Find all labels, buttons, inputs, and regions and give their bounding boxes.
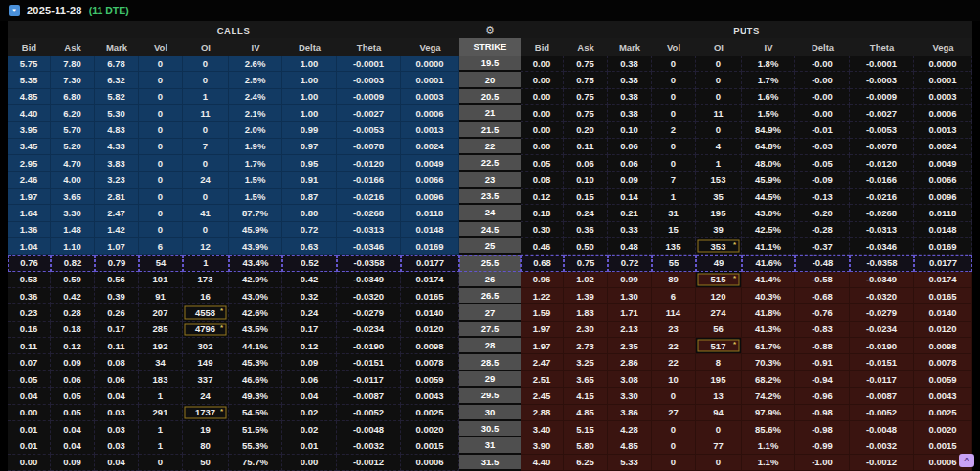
calls-vega-cell[interactable]: 0.0013: [401, 122, 459, 138]
calls-oi-cell[interactable]: 1737*: [183, 405, 229, 421]
calls-delta-cell[interactable]: 0.02: [282, 405, 337, 421]
puts-ask-cell[interactable]: 0.24: [564, 205, 608, 221]
calls-mark-cell[interactable]: 6.78: [95, 56, 139, 72]
calls-bid-cell[interactable]: 4.40: [8, 105, 51, 122]
puts-mark-cell[interactable]: 0.38: [608, 105, 652, 122]
calls-vol-cell[interactable]: 0: [139, 222, 183, 238]
puts-mark-cell[interactable]: 1.71: [608, 304, 652, 321]
calls-vol-cell[interactable]: 207: [139, 304, 183, 321]
puts-mark-cell[interactable]: 2.13: [608, 322, 652, 338]
puts-ask-cell[interactable]: 5.15: [564, 421, 608, 437]
calls-vol-cell[interactable]: 54: [139, 255, 183, 271]
puts-oi-cell[interactable]: 0: [696, 56, 742, 72]
puts-mark-cell[interactable]: 3.30: [608, 388, 652, 404]
puts-bid-cell[interactable]: 0.00: [521, 72, 564, 88]
puts-ask-cell[interactable]: 2.30: [564, 322, 608, 338]
puts-iv-cell[interactable]: 84.9%: [742, 122, 795, 138]
calls-theta-cell[interactable]: -0.0078: [337, 139, 401, 155]
puts-vol-cell[interactable]: 2: [652, 122, 696, 138]
calls-delta-cell[interactable]: 0.01: [282, 437, 337, 454]
calls-oi-cell[interactable]: 4796*: [183, 322, 229, 338]
puts-vol-cell[interactable]: 0: [652, 421, 696, 437]
calls-mark-cell[interactable]: 5.82: [95, 89, 139, 105]
calls-delta-cell[interactable]: 1.00: [282, 56, 337, 72]
puts-iv-cell[interactable]: 43.0%: [742, 205, 795, 221]
puts-vol-cell[interactable]: 114: [652, 304, 696, 321]
puts-ask-cell[interactable]: 1.39: [564, 288, 608, 304]
puts-delta-cell[interactable]: -0.05: [795, 155, 850, 171]
calls-iv-cell[interactable]: 1.7%: [229, 155, 282, 171]
calls-ask-cell[interactable]: 4.00: [51, 172, 95, 189]
calls-iv-cell[interactable]: 1.5%: [229, 172, 282, 189]
puts-bid-cell[interactable]: 0.00: [521, 105, 564, 122]
calls-theta-cell[interactable]: -0.0151: [337, 354, 401, 370]
strike-cell[interactable]: 28: [459, 338, 521, 354]
calls-bid-cell[interactable]: 1.64: [8, 205, 51, 221]
strike-cell[interactable]: 22: [459, 139, 521, 155]
puts-delta-cell[interactable]: -0.48: [795, 255, 850, 271]
puts-oi-cell[interactable]: 0: [696, 89, 742, 105]
calls-mark-cell[interactable]: 0.56: [95, 272, 139, 288]
puts-theta-cell[interactable]: -0.0001: [850, 56, 914, 72]
calls-vega-cell[interactable]: 0.0043: [401, 388, 459, 404]
puts-mark-cell[interactable]: 0.21: [608, 205, 652, 221]
puts-vol-cell[interactable]: 0: [652, 437, 696, 454]
calls-iv-cell[interactable]: 1.5%: [229, 189, 282, 205]
puts-bid-cell[interactable]: 0.00: [521, 122, 564, 138]
puts-delta-cell[interactable]: -0.58: [795, 272, 850, 288]
calls-bid-cell[interactable]: 2.95: [8, 155, 51, 171]
puts-bid-cell[interactable]: 2.88: [521, 405, 564, 421]
calls-oi-cell[interactable]: 0: [183, 122, 229, 138]
calls-mark-cell[interactable]: 4.83: [95, 122, 139, 138]
calls-iv-cell[interactable]: 43.5%: [229, 322, 282, 338]
calls-ask-cell[interactable]: 0.09: [51, 354, 95, 370]
calls-mark-cell[interactable]: 0.03: [95, 437, 139, 454]
puts-vega-cell[interactable]: 0.0020: [914, 421, 972, 437]
calls-vega-cell[interactable]: 0.0140: [401, 304, 459, 321]
calls-mark-cell[interactable]: 0.79: [95, 255, 139, 271]
puts-bid-cell[interactable]: 4.40: [521, 455, 564, 471]
calls-bid-cell[interactable]: 0.01: [8, 437, 51, 454]
puts-delta-cell[interactable]: -0.20: [795, 205, 850, 221]
calls-ask-cell[interactable]: 0.04: [51, 421, 95, 437]
puts-theta-cell[interactable]: -0.0032: [850, 437, 914, 454]
calls-ask-cell[interactable]: 0.28: [51, 304, 95, 321]
calls-iv-cell[interactable]: 2.4%: [229, 89, 282, 105]
puts-theta-cell[interactable]: -0.0358: [850, 255, 914, 271]
puts-theta-cell[interactable]: -0.0009: [850, 89, 914, 105]
calls-vega-cell[interactable]: 0.0148: [401, 222, 459, 238]
puts-oi-cell[interactable]: 0: [696, 72, 742, 88]
puts-vega-cell[interactable]: 0.0043: [914, 388, 972, 404]
calls-oi-cell[interactable]: 0: [183, 72, 229, 88]
calls-oi-cell[interactable]: 1: [183, 89, 229, 105]
puts-vol-cell[interactable]: 0: [652, 56, 696, 72]
calls-theta-cell[interactable]: -0.0234: [337, 322, 401, 338]
puts-bid-cell[interactable]: 0.05: [521, 155, 564, 171]
calls-vega-cell[interactable]: 0.0059: [401, 371, 459, 388]
puts-vega-cell[interactable]: 0.0120: [914, 322, 972, 338]
puts-theta-cell[interactable]: -0.0003: [850, 72, 914, 88]
strike-cell[interactable]: 24: [459, 205, 521, 221]
puts-mark-cell[interactable]: 0.10: [608, 122, 652, 138]
puts-oi-cell[interactable]: 49: [696, 255, 742, 271]
calls-delta-cell[interactable]: 0.06: [282, 371, 337, 388]
calls-bid-cell[interactable]: 0.04: [8, 388, 51, 404]
calls-oi-cell[interactable]: 80: [183, 437, 229, 454]
puts-iv-cell[interactable]: 41.8%: [742, 304, 795, 321]
puts-delta-cell[interactable]: -0.88: [795, 338, 850, 354]
puts-iv-cell[interactable]: 41.1%: [742, 238, 795, 255]
calls-oi-cell[interactable]: 4558*: [183, 304, 229, 321]
calls-vega-cell[interactable]: 0.0098: [401, 338, 459, 354]
puts-mark-cell[interactable]: 4.85: [608, 437, 652, 454]
calls-ask-cell[interactable]: 1.48: [51, 222, 95, 238]
puts-iv-cell[interactable]: 1.1%: [742, 437, 795, 454]
puts-ask-cell[interactable]: 0.75: [564, 56, 608, 72]
calls-mark-cell[interactable]: 1.07: [95, 238, 139, 255]
strike-cell[interactable]: 31.5: [459, 455, 521, 471]
calls-bid-cell[interactable]: 0.07: [8, 354, 51, 370]
puts-iv-cell[interactable]: 48.0%: [742, 155, 795, 171]
puts-mark-cell[interactable]: 0.48: [608, 238, 652, 255]
puts-theta-cell[interactable]: -0.0320: [850, 288, 914, 304]
calls-oi-cell[interactable]: 337: [183, 371, 229, 388]
strike-cell[interactable]: 27.5: [459, 322, 521, 338]
